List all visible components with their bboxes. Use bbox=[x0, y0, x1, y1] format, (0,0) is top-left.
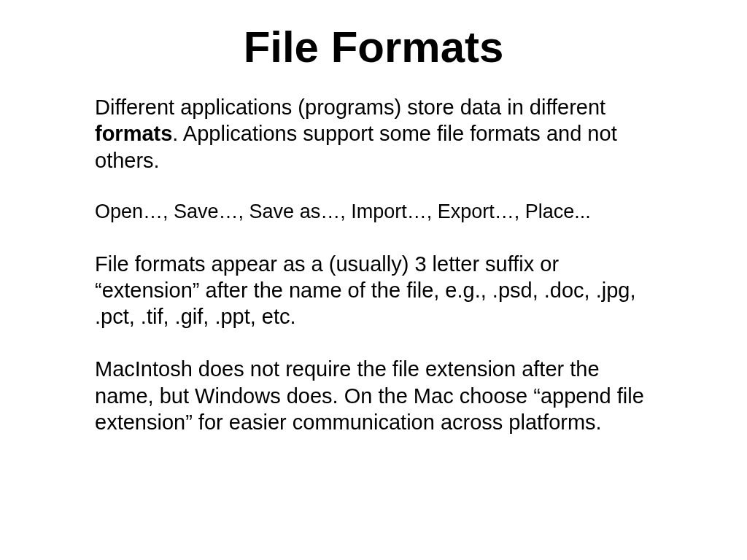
paragraph-commands: Open…, Save…, Save as…, Import…, Export…… bbox=[95, 200, 652, 225]
para1-text-after: . Applications support some file formats… bbox=[95, 122, 617, 171]
slide-content: Different applications (programs) store … bbox=[0, 94, 747, 435]
para1-bold-word: formats bbox=[95, 122, 172, 145]
paragraph-platforms: MacIntosh does not require the file exte… bbox=[95, 356, 652, 435]
para1-text-before: Different applications (programs) store … bbox=[95, 96, 605, 119]
paragraph-intro: Different applications (programs) store … bbox=[95, 94, 652, 174]
paragraph-extensions: File formats appear as a (usually) 3 let… bbox=[95, 251, 652, 330]
slide-title: File Formats bbox=[0, 22, 747, 72]
presentation-slide: File Formats Different applications (pro… bbox=[0, 22, 747, 560]
